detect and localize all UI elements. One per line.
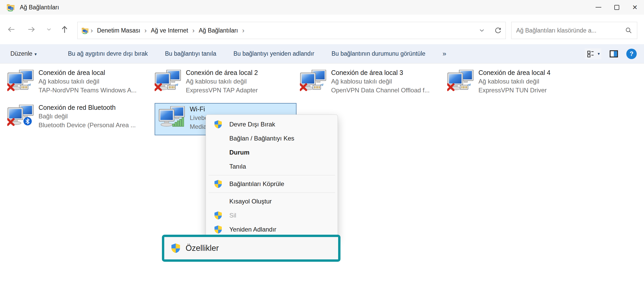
ethernet-disconnected-icon — [7, 70, 34, 92]
connection-name: Conexión de área local 2 — [186, 68, 258, 77]
search-input[interactable] — [516, 27, 625, 34]
menu-item-label: Tanıla — [229, 163, 246, 170]
menu-item-label: Bağlantıları Köprüle — [229, 180, 284, 188]
menu-item-label: Bağlan / Bağlantıyı Kes — [229, 135, 294, 142]
menu-item-label: Özellikler — [186, 244, 219, 253]
connection-status: Bağlı değil — [39, 112, 136, 121]
help-button[interactable]: ? — [626, 49, 637, 59]
connection-tile-local-area-3[interactable]: Conexión de área local 3 Ağ kablosu takı… — [300, 68, 442, 100]
close-icon: ✕ — [632, 4, 638, 11]
address-dropdown-chevron-icon[interactable] — [478, 27, 485, 34]
connection-device: ExpressVPN TUN Driver — [478, 86, 551, 95]
menu-item-disable[interactable]: Devre Dışı Bırak — [206, 117, 338, 131]
uac-shield-icon — [214, 225, 223, 234]
refresh-icon[interactable] — [494, 27, 502, 34]
list-view-icon — [586, 49, 595, 58]
address-location-icon — [81, 27, 89, 34]
menu-item-label: Sil — [229, 212, 236, 219]
ethernet-disconnected-icon — [447, 70, 474, 92]
maximize-icon — [614, 5, 619, 10]
toolbar-more-button[interactable]: » — [443, 50, 446, 58]
navigation-bar: › Denetim Masası › Ağ ve Internet › Ağ B… — [0, 15, 644, 44]
menu-item-label: Devre Dışı Bırak — [229, 121, 275, 128]
menu-item-rename[interactable]: Yeniden Adlandır — [206, 222, 338, 237]
network-connections-window: Ağ Bağlantıları ✕ › Denetim Masası › Ağ … — [0, 0, 644, 294]
organize-menu-button[interactable]: Düzenle▾ — [10, 50, 37, 57]
menu-item-bridge-connections[interactable]: Bağlantıları Köprüle — [206, 177, 338, 191]
uac-shield-icon — [214, 120, 223, 129]
uac-shield-icon — [214, 211, 223, 220]
wifi-connected-icon — [159, 106, 186, 129]
back-icon[interactable] — [7, 25, 16, 34]
uac-shield-icon — [171, 243, 181, 253]
connection-device: OpenVPN Data Channel Offload f... — [331, 86, 430, 95]
toolbar-command-disable-device[interactable]: Bu ağ aygıtını devre dışı bırak — [68, 50, 148, 57]
titlebar: Ağ Bağlantıları ✕ — [0, 0, 644, 15]
connection-status: Ağ kablosu takılı değil — [186, 77, 258, 86]
search-icon[interactable] — [625, 27, 632, 34]
ethernet-disconnected-icon — [155, 70, 182, 92]
menu-item-delete: Sil — [206, 208, 338, 222]
chevron-down-icon: ▾ — [598, 51, 600, 56]
connection-status: Ağ kablosu takılı değil — [331, 77, 430, 86]
ethernet-disconnected-icon — [300, 70, 327, 92]
up-icon[interactable] — [60, 25, 69, 34]
connection-name: Conexión de área local — [39, 68, 137, 77]
view-mode-button[interactable]: ▾ — [585, 48, 601, 59]
breadcrumb-chevron-icon[interactable]: › — [192, 27, 195, 35]
connection-status: Ağ kablosu takılı değil — [478, 77, 551, 86]
breadcrumb-item-network-connections[interactable]: Ağ Bağlantıları — [199, 27, 238, 34]
connection-device: Bluetooth Device (Personal Area ... — [39, 121, 136, 130]
wifi-context-menu: Devre Dışı Bırak Bağlan / Bağlantıyı Kes… — [206, 114, 338, 239]
breadcrumb-item-control-panel[interactable]: Denetim Masası — [97, 27, 140, 34]
connection-status: Ağ kablosu takılı değil — [39, 77, 137, 86]
window-controls: ✕ — [589, 0, 644, 15]
menu-item-status[interactable]: Durum — [206, 145, 338, 159]
toolbar-command-diagnose[interactable]: Bu bağlantıyı tanıla — [165, 50, 216, 57]
search-box[interactable] — [511, 22, 637, 39]
uac-shield-icon — [214, 180, 223, 188]
toolbar-command-rename[interactable]: Bu bağlantıyı yeniden adlandır — [233, 50, 314, 57]
bluetooth-disconnected-icon — [7, 105, 34, 127]
toolbar-right-icons: ▾ ? — [585, 48, 637, 59]
preview-pane-icon[interactable] — [609, 49, 619, 59]
connection-device: TAP-NordVPN Teams Windows A... — [39, 86, 137, 95]
maximize-button[interactable] — [608, 0, 626, 15]
menu-item-label: Yeniden Adlandır — [229, 226, 276, 233]
menu-item-create-shortcut[interactable]: Kısayol Oluştur — [206, 194, 338, 208]
minimize-button[interactable] — [589, 0, 608, 15]
menu-item-properties-highlighted[interactable]: Özellikler — [162, 235, 340, 262]
menu-item-label: Durum — [229, 149, 249, 156]
menu-separator — [209, 175, 335, 175]
close-button[interactable]: ✕ — [626, 0, 644, 15]
address-bar[interactable]: › Denetim Masası › Ağ ve Internet › Ağ B… — [77, 22, 506, 39]
menu-separator — [209, 193, 335, 193]
connection-tile-bluetooth[interactable]: Conexión de red Bluetooth Bağlı değil Bl… — [7, 103, 149, 135]
breadcrumb-chevron-icon[interactable]: › — [144, 27, 147, 35]
connection-tile-local-area-2[interactable]: Conexión de área local 2 Ağ kablosu takı… — [155, 68, 296, 100]
command-toolbar: Düzenle▾ Bu ağ aygıtını devre dışı bırak… — [0, 44, 644, 63]
minimize-icon — [596, 7, 601, 8]
connection-name: Conexión de área local 4 — [478, 68, 551, 77]
menu-item-diagnose[interactable]: Tanıla — [206, 159, 338, 174]
breadcrumb-item-network-internet[interactable]: Ağ ve Internet — [151, 27, 188, 34]
connection-name: Wi-Fi — [190, 105, 208, 113]
breadcrumb-chevron-icon[interactable]: › — [242, 27, 244, 35]
connection-tile-local-area-4[interactable]: Conexión de área local 4 Ağ kablosu takı… — [447, 68, 589, 100]
connection-name: Conexión de red Bluetooth — [39, 103, 136, 112]
network-folder-icon — [6, 3, 15, 12]
connection-name: Conexión de área local 3 — [331, 68, 430, 77]
recent-locations-chevron-icon[interactable] — [46, 26, 52, 33]
menu-item-label: Kısayol Oluştur — [229, 198, 272, 205]
chevron-down-icon: ▾ — [34, 52, 37, 57]
forward-icon[interactable] — [27, 25, 36, 34]
organize-label: Düzenle — [10, 50, 32, 57]
folder-content: Conexión de área local Ağ kablosu takılı… — [0, 64, 644, 294]
menu-item-connect-disconnect[interactable]: Bağlan / Bağlantıyı Kes — [206, 131, 338, 145]
connection-device: ExpressVPN TAP Adapter — [186, 86, 258, 95]
breadcrumb-chevron-icon[interactable]: › — [91, 27, 93, 35]
toolbar-command-view-status[interactable]: Bu bağlantının durumunu görüntüle — [331, 50, 425, 57]
window-title: Ağ Bağlantıları — [20, 4, 59, 11]
connection-tile-local-area-1[interactable]: Conexión de área local Ağ kablosu takılı… — [7, 68, 149, 100]
